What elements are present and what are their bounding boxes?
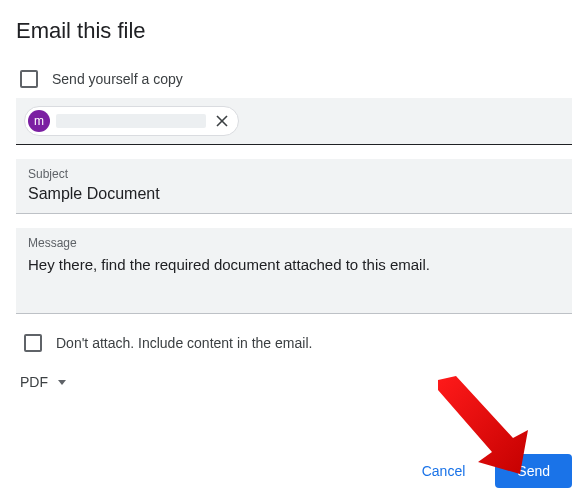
subject-field[interactable]: Subject <box>16 159 572 214</box>
send-button[interactable]: Send <box>495 454 572 488</box>
dont-attach-checkbox[interactable] <box>24 334 42 352</box>
dialog-footer: Cancel Send <box>400 454 572 488</box>
chevron-down-icon <box>58 380 66 385</box>
send-copy-row: Send yourself a copy <box>16 66 572 98</box>
message-input[interactable]: Hey there, find the required document at… <box>28 254 560 275</box>
format-select[interactable]: PDF <box>20 370 74 394</box>
remove-recipient-icon[interactable] <box>212 111 232 131</box>
dont-attach-label: Don't attach. Include content in the ema… <box>56 335 312 351</box>
recipients-field[interactable]: m <box>16 98 572 145</box>
dont-attach-row: Don't attach. Include content in the ema… <box>20 330 568 362</box>
cancel-button[interactable]: Cancel <box>400 454 488 488</box>
send-copy-label: Send yourself a copy <box>52 71 183 87</box>
message-label: Message <box>28 236 560 250</box>
dialog-title: Email this file <box>16 18 572 44</box>
subject-label: Subject <box>28 167 560 181</box>
format-selected-value: PDF <box>20 374 48 390</box>
message-field[interactable]: Message Hey there, find the required doc… <box>16 228 572 314</box>
avatar: m <box>28 110 50 132</box>
subject-input[interactable] <box>28 185 560 203</box>
send-copy-checkbox[interactable] <box>20 70 38 88</box>
recipient-chip[interactable]: m <box>24 106 239 136</box>
recipient-redacted-name <box>56 114 206 128</box>
